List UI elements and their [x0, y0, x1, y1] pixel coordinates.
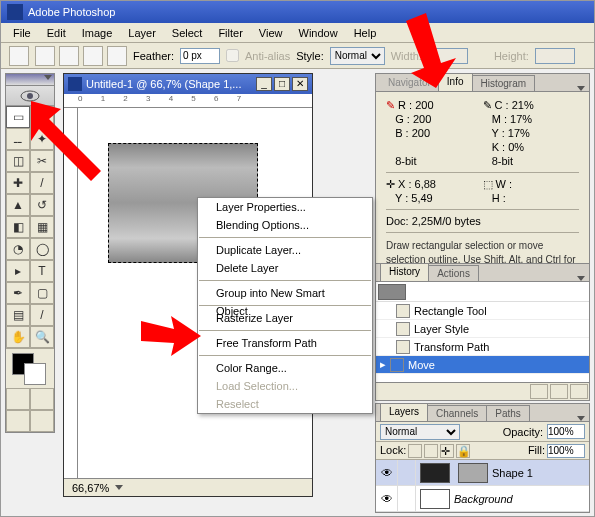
color-swatches [6, 348, 54, 388]
minimize-button[interactable]: _ [256, 77, 272, 91]
blur-tool[interactable]: ◔ [6, 238, 30, 260]
menu-filter[interactable]: Filter [210, 25, 250, 41]
notes-tool[interactable]: ▤ [6, 304, 30, 326]
sel-sub-icon[interactable] [83, 46, 103, 66]
new-snapshot-icon[interactable] [530, 384, 548, 399]
toolbox-header[interactable] [6, 74, 54, 86]
ctx-free-transform-path[interactable]: Free Transform Path [198, 334, 372, 352]
menu-view[interactable]: View [251, 25, 291, 41]
panel-menu-icon[interactable] [577, 276, 585, 281]
path-tool[interactable]: ▸ [6, 260, 30, 282]
stamp-tool[interactable]: ▲ [6, 194, 30, 216]
layer-thumb[interactable] [420, 489, 450, 509]
shape-tool[interactable]: ▢ [30, 282, 54, 304]
type-tool[interactable]: T [30, 260, 54, 282]
panel-menu-icon[interactable] [577, 416, 585, 421]
history-item[interactable]: ▸Move [376, 356, 589, 374]
menu-file[interactable]: File [5, 25, 39, 41]
zoom-tool[interactable]: 🔍 [30, 326, 54, 348]
sel-intersect-icon[interactable] [107, 46, 127, 66]
history-item[interactable]: Rectangle Tool [376, 302, 589, 320]
menu-image[interactable]: Image [74, 25, 121, 41]
tab-paths[interactable]: Paths [486, 405, 530, 421]
marquee-tool[interactable]: ▭ [6, 106, 30, 128]
style-select[interactable]: Normal [330, 47, 385, 65]
close-button[interactable]: ✕ [292, 77, 308, 91]
sel-new-icon[interactable] [35, 46, 55, 66]
history-item[interactable]: Layer Style [376, 320, 589, 338]
eraser-tool[interactable]: ◧ [6, 216, 30, 238]
hand-tool[interactable]: ✋ [6, 326, 30, 348]
lock-trans-icon[interactable] [408, 444, 422, 458]
eyedropper-tool[interactable]: / [30, 304, 54, 326]
layer-row[interactable]: 👁 Background [376, 486, 589, 512]
document-title: Untitled-1 @ 66,7% (Shape 1,... [86, 78, 241, 90]
ctx-color-range[interactable]: Color Range... [198, 359, 372, 377]
ctx-group-smart-object[interactable]: Group into New Smart Object [198, 284, 372, 302]
screen-mode-2[interactable] [30, 410, 54, 432]
status-menu-icon[interactable] [115, 485, 123, 490]
ctx-duplicate-layer[interactable]: Duplicate Layer... [198, 241, 372, 259]
layer-name[interactable]: Shape 1 [492, 467, 533, 479]
svg-marker-2 [31, 101, 101, 181]
link-cell[interactable] [398, 486, 416, 512]
lock-pos-icon[interactable]: ✛ [440, 444, 454, 458]
antialias-checkbox [226, 49, 239, 62]
lock-label: Lock: [380, 444, 406, 458]
screen-mode-1[interactable] [6, 410, 30, 432]
feather-input[interactable] [180, 48, 220, 64]
opacity-input[interactable] [547, 424, 585, 439]
lasso-tool[interactable]: ــ [6, 128, 30, 150]
marquee-tool-icon[interactable] [9, 46, 29, 66]
trash-icon[interactable] [570, 384, 588, 399]
ctx-blending-options[interactable]: Blending Options... [198, 216, 372, 234]
menu-help[interactable]: Help [346, 25, 385, 41]
history-item[interactable]: Transform Path [376, 338, 589, 356]
ctx-rasterize-layer[interactable]: Rasterize Layer [198, 309, 372, 327]
ctx-delete-layer[interactable]: Delete Layer [198, 259, 372, 277]
menu-select[interactable]: Select [164, 25, 211, 41]
quickmask-mode[interactable] [30, 388, 54, 410]
menu-window[interactable]: Window [291, 25, 346, 41]
zoom-level[interactable]: 66,67% [72, 482, 109, 494]
layer-name[interactable]: Background [454, 493, 513, 505]
screenmode-row [6, 410, 54, 432]
ctx-load-selection: Load Selection... [198, 377, 372, 395]
panel-menu-icon[interactable] [577, 86, 585, 91]
tab-layers[interactable]: Layers [380, 403, 428, 421]
ctx-layer-properties[interactable]: Layer Properties... [198, 198, 372, 216]
pen-tool[interactable]: ✒ [6, 282, 30, 304]
link-cell[interactable] [398, 460, 416, 486]
history-brush-tool[interactable]: ↺ [30, 194, 54, 216]
lock-all-icon[interactable]: 🔒 [456, 444, 470, 458]
layer-mask-thumb[interactable] [458, 463, 488, 483]
opacity-label: Opacity: [503, 426, 543, 438]
layer-thumb[interactable] [420, 463, 450, 483]
tab-histogram[interactable]: Histogram [472, 75, 536, 91]
sel-add-icon[interactable] [59, 46, 79, 66]
eye-icon[interactable]: 👁 [376, 486, 398, 512]
tab-channels[interactable]: Channels [427, 405, 487, 421]
height-input [535, 48, 575, 64]
gradient-tool[interactable]: ▦ [30, 216, 54, 238]
heal-tool[interactable]: ✚ [6, 172, 30, 194]
document-titlebar[interactable]: Untitled-1 @ 66,7% (Shape 1,... _ □ ✕ [64, 74, 312, 94]
tab-actions[interactable]: Actions [428, 265, 479, 281]
dodge-tool[interactable]: ◯ [30, 238, 54, 260]
crop-tool[interactable]: ◫ [6, 150, 30, 172]
maximize-button[interactable]: □ [274, 77, 290, 91]
blend-mode-select[interactable]: Normal [380, 424, 460, 440]
background-color[interactable] [24, 363, 46, 385]
standard-mode[interactable] [6, 388, 30, 410]
menu-layer[interactable]: Layer [120, 25, 164, 41]
eye-icon[interactable]: 👁 [376, 460, 398, 486]
history-snapshot[interactable] [376, 282, 589, 302]
layer-row[interactable]: 👁 Shape 1 [376, 460, 589, 486]
lock-pixels-icon[interactable] [424, 444, 438, 458]
tab-history[interactable]: History [380, 263, 429, 281]
menu-edit[interactable]: Edit [39, 25, 74, 41]
fill-input[interactable] [547, 444, 585, 458]
doc-size: Doc: 2,25M/0 bytes [386, 214, 579, 228]
svg-point-1 [27, 93, 33, 99]
new-doc-icon[interactable] [550, 384, 568, 399]
